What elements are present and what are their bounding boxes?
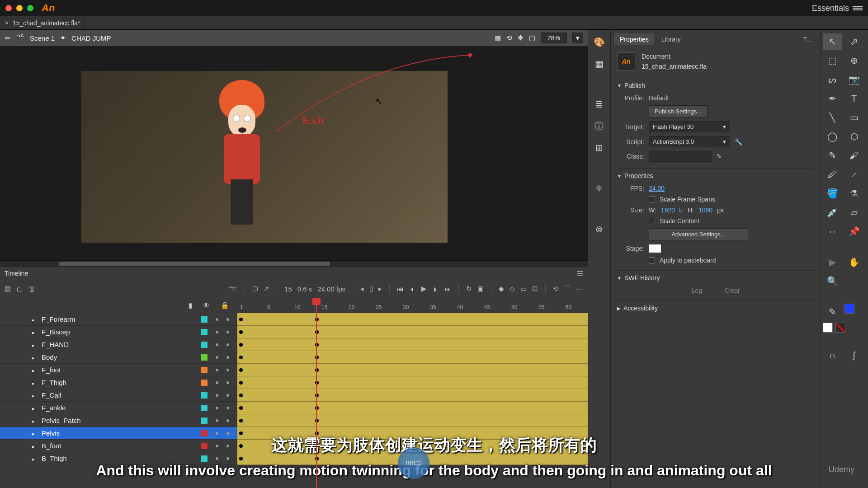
- layer-depth-icon[interactable]: ↗: [264, 285, 269, 293]
- section-swf-history[interactable]: ▼SWF History: [617, 274, 814, 282]
- center-stage-icon[interactable]: ✥: [518, 34, 524, 42]
- layer-visibility-dot[interactable]: [216, 419, 218, 422]
- layer-color-chip[interactable]: [201, 342, 208, 348]
- step-forward-icon[interactable]: ⏵: [432, 285, 439, 293]
- rectangle-tool-icon[interactable]: ▭: [844, 109, 863, 126]
- layer-color-chip[interactable]: [201, 380, 208, 386]
- keyframe-icon[interactable]: [239, 318, 243, 321]
- camera-tool-icon[interactable]: 📷: [844, 71, 863, 88]
- layer-row[interactable]: ▪F_Biscep: [0, 326, 237, 338]
- section-publish[interactable]: ▼Publish: [617, 82, 814, 89]
- keyframe-icon[interactable]: [239, 330, 243, 334]
- step-back-icon[interactable]: ⏴: [409, 285, 416, 293]
- snap-to-object-icon[interactable]: ∩: [823, 347, 842, 363]
- layer-lock-dot[interactable]: [226, 394, 229, 397]
- lasso-tool-icon[interactable]: ᔕ: [823, 71, 842, 88]
- stage-hscrollbar[interactable]: [0, 260, 588, 267]
- brush-tool-icon[interactable]: 🖊: [823, 166, 842, 183]
- smooth-icon[interactable]: ∫: [844, 347, 863, 363]
- last-frame-icon[interactable]: ⏭: [444, 285, 451, 293]
- no-color-swatch[interactable]: [835, 323, 845, 333]
- keyframe-icon[interactable]: [239, 368, 243, 372]
- stroke-color-swatch[interactable]: [844, 304, 854, 314]
- layer-visibility-dot[interactable]: [216, 343, 218, 346]
- layer-color-chip[interactable]: [201, 405, 208, 411]
- scale-content-checkbox[interactable]: [649, 218, 655, 224]
- first-frame-icon[interactable]: ⏮: [397, 285, 404, 293]
- layer-row[interactable]: ▪F_ankle: [0, 402, 237, 414]
- create-tween-icon[interactable]: ⟲: [553, 285, 559, 293]
- 3d-rotation-tool-icon[interactable]: ⊕: [844, 52, 863, 69]
- layer-lock-dot[interactable]: [226, 356, 229, 359]
- keyframe-icon[interactable]: [239, 343, 243, 347]
- eyedropper-tool-icon[interactable]: 💉: [823, 204, 842, 221]
- line-tool-icon[interactable]: ╲: [823, 109, 842, 126]
- loop-icon[interactable]: ↻: [466, 285, 472, 293]
- fill-color-swatch[interactable]: [823, 323, 833, 333]
- layer-lock-dot[interactable]: [226, 457, 229, 460]
- hand-tool-icon[interactable]: ✋: [844, 254, 863, 270]
- text-tool-icon[interactable]: T: [844, 90, 863, 107]
- class-field[interactable]: [649, 151, 712, 162]
- asset-warp-tool-icon[interactable]: 📌: [844, 223, 863, 239]
- layer-row[interactable]: ▪F_Calf: [0, 389, 237, 402]
- span-based-icon[interactable]: ⌒: [564, 285, 571, 293]
- layer-lock-dot[interactable]: [226, 343, 229, 346]
- new-layer-icon[interactable]: ▤: [5, 285, 11, 293]
- layer-row[interactable]: ▪F_Forearm: [0, 313, 237, 326]
- height-field[interactable]: 1080: [698, 206, 712, 214]
- paint-bucket-tool-icon[interactable]: 🪣: [823, 185, 842, 202]
- play-icon[interactable]: ▶: [421, 285, 427, 293]
- layer-lock-dot[interactable]: [226, 331, 229, 333]
- width-tool-icon[interactable]: ↔: [823, 223, 842, 239]
- back-icon[interactable]: ⇦: [5, 34, 10, 42]
- timeline-track[interactable]: [237, 351, 588, 364]
- layer-visibility-dot[interactable]: [216, 394, 218, 397]
- delete-layer-icon[interactable]: 🗑: [28, 285, 35, 293]
- layer-row[interactable]: ▪F_HAND: [0, 338, 237, 351]
- free-transform-tool-icon[interactable]: ⬚: [823, 52, 842, 69]
- apply-pasteboard-checkbox[interactable]: [649, 257, 655, 263]
- scale-frame-spans-checkbox[interactable]: [649, 196, 655, 202]
- close-tab-icon[interactable]: ✕: [5, 20, 9, 26]
- fps-field[interactable]: 24.00: [649, 185, 665, 192]
- close-window-icon[interactable]: [5, 5, 12, 11]
- clip-view-icon[interactable]: ▦: [495, 34, 501, 42]
- keyframe-icon[interactable]: [239, 457, 243, 460]
- tab-library[interactable]: Library: [656, 33, 686, 45]
- clip-content-icon[interactable]: ▢: [529, 34, 535, 42]
- timeline-track[interactable]: [237, 326, 588, 338]
- pencil-tool-icon[interactable]: ✎: [823, 147, 842, 164]
- minimize-window-icon[interactable]: [16, 5, 23, 11]
- ink-bottle-tool-icon[interactable]: ⚗: [844, 185, 863, 202]
- layer-row[interactable]: ▪F_foot: [0, 364, 237, 376]
- symbol-label[interactable]: CHAD JUMP: [71, 34, 111, 42]
- components-panel-icon[interactable]: ⚛: [593, 183, 605, 194]
- edit-class-icon[interactable]: ✎: [717, 153, 722, 160]
- paint-brush-tool-icon[interactable]: 🖌: [844, 147, 863, 164]
- symbol-icon[interactable]: ✦: [60, 34, 66, 42]
- video-tool-icon[interactable]: ▶: [823, 254, 842, 270]
- stroke-color-icon[interactable]: ✎: [823, 304, 842, 320]
- onion-skin-icon[interactable]: ▣: [477, 285, 484, 293]
- layer-lock-dot[interactable]: [226, 381, 229, 384]
- script-select[interactable]: ActionScript 3.0▾: [649, 136, 730, 147]
- layer-lock-dot[interactable]: [226, 318, 229, 321]
- polystar-tool-icon[interactable]: ⬡: [844, 128, 863, 145]
- stage-color-swatch[interactable]: [649, 244, 661, 253]
- timeline-track[interactable]: [237, 338, 588, 351]
- zoom-level[interactable]: 28%: [541, 33, 567, 43]
- timeline-track[interactable]: [237, 402, 588, 414]
- layer-lock-dot[interactable]: [226, 369, 229, 371]
- layer-color-chip[interactable]: [201, 316, 208, 323]
- subselection-tool-icon[interactable]: ⬀: [844, 33, 863, 50]
- layer-row[interactable]: ▪Pelvis_Patch: [0, 414, 237, 427]
- bone-tool-icon[interactable]: ⟋: [844, 166, 863, 183]
- eraser-tool-icon[interactable]: ▱: [844, 204, 863, 221]
- layer-parent-icon[interactable]: ⬡: [252, 285, 258, 293]
- wrench-icon[interactable]: 🔧: [735, 138, 742, 145]
- layer-visibility-dot[interactable]: [216, 381, 218, 384]
- document-tab[interactable]: ✕ 15_chad_animatecc.fla*: [0, 16, 85, 29]
- layer-visibility-dot[interactable]: [216, 457, 218, 460]
- keyframe-icon[interactable]: [239, 419, 243, 422]
